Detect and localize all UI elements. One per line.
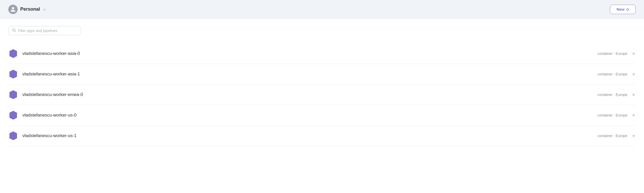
star-icon[interactable]: ★: [632, 92, 636, 98]
app-item-left: vladstefanescu-worker-us-0: [8, 110, 77, 120]
app-meta: container · Europe: [598, 113, 627, 117]
app-icon: [8, 131, 18, 141]
filter-input[interactable]: [18, 29, 77, 33]
app-item-right: container · Europe ★: [598, 71, 636, 77]
main-content: vladstefanescu-worker-asia-0 container ·…: [0, 19, 644, 193]
list-item[interactable]: vladstefanescu-worker-us-1 container · E…: [8, 126, 636, 146]
app-item-right: container · Europe ★: [598, 112, 636, 118]
list-item[interactable]: vladstefanescu-worker-asia-1 container ·…: [8, 64, 636, 85]
list-item[interactable]: vladstefanescu-worker-us-0 container · E…: [8, 105, 636, 126]
app-item-right: container · Europe ★: [598, 133, 636, 139]
header-left: Personal ◇: [8, 5, 45, 14]
app-icon: [8, 90, 18, 100]
workspace-chevron-icon[interactable]: ◇: [43, 8, 45, 11]
list-item[interactable]: vladstefanescu-worker-emea-0 container ·…: [8, 85, 636, 105]
header: Personal ◇ New ◇: [0, 0, 644, 19]
svg-marker-6: [10, 132, 17, 140]
avatar: [8, 5, 18, 14]
star-icon[interactable]: ★: [632, 51, 636, 56]
svg-marker-3: [10, 70, 17, 79]
app-meta: container · Europe: [598, 72, 627, 76]
svg-marker-4: [10, 91, 17, 99]
app-name: vladstefanescu-worker-us-1: [22, 133, 77, 138]
app-meta: container · Europe: [598, 134, 627, 138]
app-item-right: container · Europe ★: [598, 51, 636, 56]
app-icon: [8, 49, 18, 59]
new-button-label: New: [616, 7, 625, 11]
filter-input-wrapper: [8, 26, 81, 35]
new-button[interactable]: New ◇: [610, 5, 636, 14]
svg-marker-5: [10, 111, 17, 120]
list-item[interactable]: vladstefanescu-worker-asia-0 container ·…: [8, 43, 636, 64]
star-icon[interactable]: ★: [632, 71, 636, 77]
new-button-chevron-icon: ◇: [626, 7, 629, 12]
app-icon: [8, 110, 18, 120]
apps-list: vladstefanescu-worker-asia-0 container ·…: [8, 43, 636, 146]
svg-marker-2: [10, 49, 17, 58]
app-item-left: vladstefanescu-worker-us-1: [8, 131, 77, 141]
app-item-left: vladstefanescu-worker-emea-0: [8, 90, 83, 100]
app-meta: container · Europe: [598, 52, 627, 56]
star-icon[interactable]: ★: [632, 112, 636, 118]
workspace-name: Personal: [20, 7, 40, 12]
app-icon: [8, 69, 18, 79]
app-item-right: container · Europe ★: [598, 92, 636, 98]
app-item-left: vladstefanescu-worker-asia-1: [8, 69, 80, 79]
app-name: vladstefanescu-worker-asia-1: [22, 72, 80, 77]
app-name: vladstefanescu-worker-us-0: [22, 113, 77, 118]
app-meta: container · Europe: [598, 93, 627, 97]
filter-container: [8, 26, 636, 35]
app-item-left: vladstefanescu-worker-asia-0: [8, 49, 80, 59]
search-icon: [12, 28, 16, 33]
svg-line-1: [15, 31, 16, 32]
app-name: vladstefanescu-worker-asia-0: [22, 51, 80, 56]
star-icon[interactable]: ★: [632, 133, 636, 139]
app-name: vladstefanescu-worker-emea-0: [22, 92, 83, 97]
